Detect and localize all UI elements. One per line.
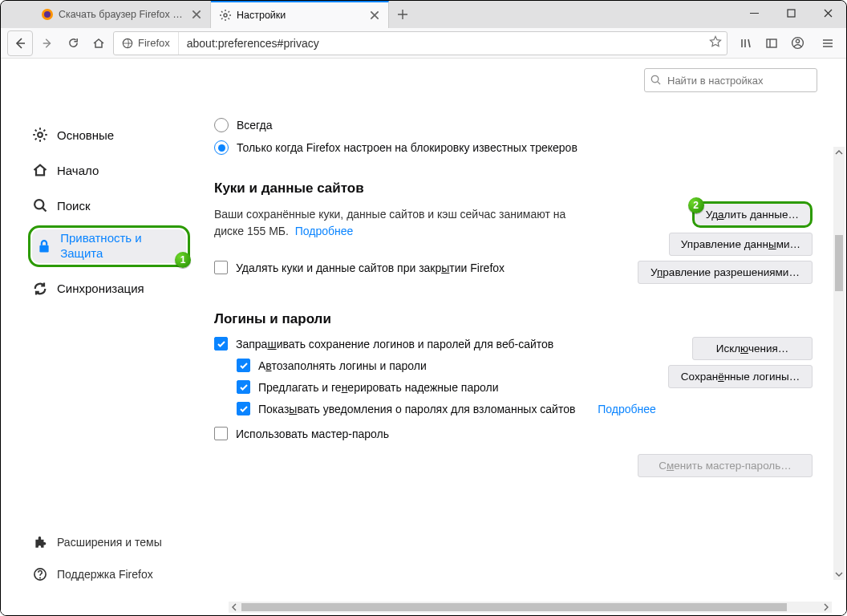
content-blocking-option-always[interactable]: Всегда: [214, 118, 819, 132]
search-icon: [31, 197, 49, 214]
radio-icon: [214, 140, 229, 155]
svg-line-30: [43, 208, 46, 211]
svg-rect-1: [788, 10, 795, 17]
preferences-main-panel: Всегда Только когда Firefox настроен на …: [198, 81, 819, 615]
cookies-description: Ваши сохранённые куки, данные сайтов и к…: [214, 206, 567, 240]
svg-point-22: [796, 39, 799, 43]
help-icon: [31, 565, 49, 583]
radio-label: Только когда Firefox настроен на блокиро…: [237, 141, 578, 154]
scroll-left-icon[interactable]: [229, 602, 240, 613]
navigation-toolbar: Firefox about:preferences#privacy: [1, 28, 846, 59]
sidebar-item-label: Поддержка Firefox: [57, 568, 153, 581]
breach-learn-more-link[interactable]: Подробнее: [598, 403, 656, 415]
app-menu-button[interactable]: [816, 32, 840, 55]
sidebar-item-home[interactable]: Начало: [28, 155, 190, 185]
library-button[interactable]: [734, 32, 758, 55]
checkbox-icon: [214, 427, 228, 440]
identity-label: Firefox: [138, 37, 170, 49]
window-maximize-button[interactable]: [772, 1, 809, 25]
callout-badge-2: 2: [688, 197, 704, 213]
window-close-button[interactable]: [809, 1, 846, 25]
scrollbar-thumb[interactable]: [835, 235, 843, 291]
checkbox-label: Показывать уведомления о паролях для взл…: [258, 403, 575, 415]
radio-icon: [214, 118, 229, 132]
sidebar-item-extensions[interactable]: Расширения и темы: [28, 527, 168, 557]
identity-box[interactable]: Firefox: [114, 32, 179, 55]
use-master-password-checkbox[interactable]: Использовать мастер-пароль: [214, 427, 819, 440]
breach-alerts-checkbox[interactable]: Показывать уведомления о паролях для взл…: [237, 402, 819, 415]
callout-badge-1: 1: [175, 252, 191, 268]
tab-settings[interactable]: Настройки: [211, 1, 389, 28]
sidebar-item-sync[interactable]: Синхронизация: [28, 274, 190, 304]
content-blocking-option-trackers[interactable]: Только когда Firefox настроен на блокиро…: [214, 140, 819, 155]
scroll-up-icon[interactable]: [833, 147, 845, 158]
sidebar-item-support[interactable]: Поддержка Firefox: [28, 559, 168, 590]
sidebar-item-privacy[interactable]: Приватность и Защита 1: [28, 225, 190, 267]
sidebar-item-label: Расширения и темы: [57, 536, 162, 549]
url-bar[interactable]: Firefox about:preferences#privacy: [113, 31, 727, 55]
tab-title: Настройки: [237, 10, 364, 21]
clear-data-button[interactable]: 2 Удалить данные…: [692, 201, 813, 228]
firefox-brand-icon: [122, 38, 133, 49]
sync-icon: [31, 280, 49, 298]
sidebar-item-label: Приватность и Защита: [60, 231, 183, 261]
vertical-scrollbar[interactable]: [833, 147, 845, 580]
checkbox-label: Использовать мастер-пароль: [236, 428, 389, 440]
close-icon[interactable]: [369, 10, 380, 21]
lock-icon: [35, 237, 52, 255]
checkbox-label: Удалять куки и данные сайтов при закрыти…: [236, 261, 505, 274]
sidebar-item-general[interactable]: Основные: [28, 120, 190, 150]
tab-strip: Скачать браузер Firefox для ко Настройки: [1, 1, 846, 28]
tab-download-firefox[interactable]: Скачать браузер Firefox для ко: [33, 1, 211, 28]
manage-permissions-button[interactable]: Управление разрешениями…: [638, 261, 813, 284]
svg-point-8: [224, 14, 227, 17]
svg-rect-19: [767, 39, 776, 47]
account-button[interactable]: [785, 32, 809, 55]
preferences-sidebar: Основные Начало Поиск Приватность и Защи…: [28, 81, 190, 615]
home-button[interactable]: [87, 32, 110, 55]
change-master-password-button: Сменить мастер-пароль…: [638, 454, 813, 477]
scroll-right-icon[interactable]: [821, 602, 832, 613]
back-button[interactable]: [7, 30, 33, 56]
horizontal-scrollbar[interactable]: [229, 602, 832, 613]
sidebar-item-search[interactable]: Поиск: [28, 190, 190, 221]
checkbox-icon: [214, 261, 228, 274]
bookmark-star-icon[interactable]: [709, 35, 722, 51]
new-tab-button[interactable]: [389, 1, 416, 28]
sidebar-item-label: Синхронизация: [57, 282, 144, 295]
svg-rect-31: [39, 245, 48, 253]
cookies-learn-more-link[interactable]: Подробнее: [295, 225, 354, 237]
sidebar-button[interactable]: [760, 32, 784, 55]
window-minimize-button[interactable]: [736, 1, 772, 25]
checkbox-icon: [214, 337, 228, 351]
svg-point-28: [38, 132, 43, 137]
saved-logins-button[interactable]: Сохранённые логины…: [668, 365, 813, 388]
exceptions-button[interactable]: Исключения…: [692, 337, 813, 360]
checkbox-icon: [237, 380, 250, 394]
svg-point-5: [44, 11, 51, 18]
tab-title: Скачать браузер Firefox для ко: [59, 9, 186, 20]
home-icon: [31, 161, 49, 179]
checkbox-label: Предлагать и генерировать надежные парол…: [258, 381, 498, 394]
svg-point-29: [34, 200, 43, 209]
sidebar-item-label: Поиск: [57, 199, 91, 213]
checkbox-icon: [237, 402, 250, 415]
checkbox-label: Автозаполнять логины и пароли: [258, 359, 427, 372]
url-text: about:preferences#privacy: [179, 37, 709, 50]
scrollbar-thumb[interactable]: [241, 603, 787, 611]
svg-line-18: [748, 39, 750, 47]
checkbox-icon: [237, 359, 250, 372]
close-icon[interactable]: [191, 9, 202, 20]
sidebar-item-label: Начало: [57, 164, 99, 177]
forward-button[interactable]: [36, 32, 59, 55]
manage-data-button[interactable]: Управление данными…: [669, 233, 813, 256]
checkbox-label: Запрашивать сохранение логинов и паролей…: [236, 338, 553, 351]
svg-point-33: [39, 577, 41, 578]
gear-icon: [219, 9, 232, 22]
section-heading-logins: Логины и пароли: [214, 311, 819, 327]
scroll-down-icon[interactable]: [833, 569, 845, 580]
reload-button[interactable]: [62, 32, 84, 55]
sidebar-item-label: Основные: [57, 128, 114, 142]
puzzle-icon: [31, 533, 49, 551]
section-heading-cookies: Куки и данные сайтов: [214, 180, 819, 197]
